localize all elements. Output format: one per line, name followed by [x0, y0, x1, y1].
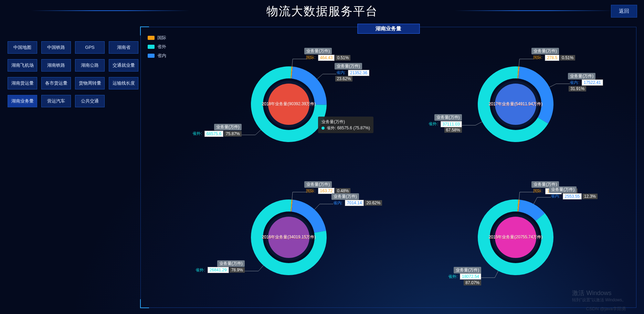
metric-label: 业务量(万件): [335, 63, 362, 69]
callout-out: 业务量(万件)省外:68575.675.87%: [190, 124, 242, 137]
donut-2016: 2016年业务量(34019.15万件)2016年业务量(34019.15万件)…: [175, 171, 402, 304]
series-name: 国际:: [304, 54, 317, 61]
legend-swatch-icon: [148, 36, 155, 40]
metric-label: 业务量(万件): [549, 186, 577, 193]
page-title: 物流大数据服务平台: [0, 0, 644, 19]
metric-label: 业务量(万件): [304, 181, 332, 188]
callout-out: 业务量(万件)省外:18072.5487.07%: [430, 267, 481, 285]
legend-item[interactable]: 省外: [148, 44, 166, 50]
nav-中国铁路[interactable]: 中国铁路: [41, 41, 71, 54]
main-panel: 湖南业务量 国际省外省内 2018年业务量(90392.39万件)2018年业务…: [140, 27, 636, 308]
callout-intl: 业务量(万件)国际:163.720.48%: [304, 181, 356, 194]
series-pct: 0.51%: [335, 55, 350, 61]
series-name: 国际:: [531, 54, 544, 61]
nav-湖南公路[interactable]: 湖南公路: [75, 59, 105, 72]
metric-label: 业务量(万件): [531, 48, 559, 54]
donut-center-label: 2015年业务量(20755.74万件): [489, 235, 543, 239]
nav-湖南业务量[interactable]: 湖南业务量: [8, 95, 37, 107]
series-value: 21352.36: [348, 70, 369, 76]
csdn-watermark: CSDN @java李阳勇: [586, 306, 626, 312]
header: 物流大数据服务平台 返回: [0, 0, 644, 24]
series-pct: 67.58%: [444, 127, 462, 133]
nav-湖南货运量[interactable]: 湖南货运量: [8, 77, 37, 89]
callout-intl: 业务量(万件)国际:464.430.51%: [304, 48, 356, 61]
metric-label: 业务量(万件): [217, 260, 245, 267]
metric-label: 业务量(万件): [214, 124, 242, 130]
series-name: 省内:: [568, 79, 581, 86]
series-pct: 0.51%: [560, 55, 575, 61]
chart-legend: 国际省外省内: [148, 35, 166, 62]
legend-label: 省外: [157, 44, 166, 50]
series-name: 省外:: [194, 267, 207, 273]
panel-title: 湖南业务量: [357, 24, 420, 34]
donut-center-label: 2018年业务量(90392.39万件): [262, 101, 316, 106]
series-name: 省内:: [549, 193, 562, 199]
callout-in: 业务量(万件)省内:7014.1420.62%: [331, 193, 383, 206]
nav-运输线长度[interactable]: 运输线长度: [109, 77, 138, 89]
callout-out: 业务量(万件)省外:26841.2978.9%: [193, 260, 245, 273]
nav-货物周转量[interactable]: 货物周转量: [75, 77, 105, 89]
nav-湖南铁路[interactable]: 湖南铁路: [41, 59, 71, 72]
series-value: 464.43: [318, 55, 335, 61]
nav-中国地图[interactable]: 中国地图: [8, 41, 37, 54]
nav-营运汽车[interactable]: 营运汽车: [41, 95, 71, 107]
callout-intl: 业务量(万件)国际:278.50.51%: [531, 48, 583, 61]
donut-2017: 2017年业务量(54911.94万件)2017年业务量(54911.94万件)…: [402, 37, 630, 171]
legend-item[interactable]: 省内: [148, 53, 166, 59]
legend-swatch-icon: [148, 54, 155, 58]
back-button[interactable]: 返回: [611, 5, 637, 18]
series-pct: 31.91%: [569, 86, 586, 91]
callout-out: 业务量(万件)省外:37111.0367.58%: [410, 114, 462, 133]
series-value: 7014.14: [345, 200, 364, 206]
donut-center-label: 2017年业务量(54911.94万件): [489, 101, 543, 106]
series-pct: 12.3%: [582, 194, 598, 199]
metric-label: 业务量(万件): [304, 48, 332, 54]
series-value: 68575.6: [204, 131, 223, 137]
series-name: 省外:: [427, 121, 440, 127]
callout-in: 业务量(万件)省内:21352.3623.62%: [335, 63, 386, 82]
series-value: 26841.29: [208, 267, 229, 273]
series-value: 2553.55: [563, 193, 582, 199]
series-pct: 78.9%: [230, 267, 245, 273]
metric-label: 业务量(万件): [568, 73, 595, 79]
nav-grid: 中国地图中国铁路GPS湖南省湖南飞机场湖南铁路湖南公路交通就业量湖南货运量各市货…: [8, 41, 135, 113]
donut-center-label: 2016年业务量(34019.15万件): [262, 235, 316, 239]
series-value: 278.5: [545, 55, 559, 61]
metric-label: 业务量(万件): [331, 193, 359, 200]
nav-交通就业量[interactable]: 交通就业量: [109, 59, 138, 72]
donut-2015: 2015年业务量(20755.74万件)2015年业务量(20755.74万件)…: [402, 171, 630, 304]
windows-watermark: 激活 Windows 转到"设置"以激活 Windows。: [572, 289, 626, 303]
series-pct: 87.07%: [464, 280, 481, 285]
callout-in: 业务量(万件)省内:17522.4131.91%: [568, 73, 620, 91]
series-name: 省内:: [331, 200, 344, 206]
nav-湖南省[interactable]: 湖南省: [109, 41, 138, 54]
chart-grid: 2018年业务量(90392.39万件)2018年业务量(90392.39万件)…: [175, 37, 629, 304]
series-name: 国际:: [304, 188, 317, 194]
legend-label: 省内: [157, 53, 166, 59]
series-value: 17522.41: [582, 79, 603, 86]
nav-公共交通[interactable]: 公共交通: [75, 95, 105, 107]
nav-各市货运量[interactable]: 各市货运量: [41, 77, 71, 89]
nav-GPS[interactable]: GPS: [75, 41, 105, 54]
callout-in: 业务量(万件)省内:2553.5512.3%: [549, 186, 601, 199]
legend-swatch-icon: [148, 45, 155, 49]
nav-湖南飞机场[interactable]: 湖南飞机场: [8, 59, 37, 72]
metric-label: 业务量(万件): [434, 114, 462, 121]
legend-item[interactable]: 国际: [148, 35, 166, 41]
series-pct: 75.87%: [224, 131, 242, 137]
series-pct: 20.62%: [365, 200, 382, 206]
series-name: 省外:: [191, 130, 203, 137]
series-name: 省外:: [446, 273, 459, 280]
series-name: 省内:: [335, 69, 347, 76]
series-value: 37111.03: [441, 121, 462, 127]
legend-label: 国际: [157, 35, 166, 41]
donut-2018: 2018年业务量(90392.39万件)2018年业务量(90392.39万件)…: [175, 37, 402, 171]
series-value: 18072.54: [460, 273, 481, 280]
series-pct: 23.62%: [335, 76, 353, 82]
metric-label: 业务量(万件): [454, 267, 481, 273]
series-name: 国际:: [531, 188, 544, 194]
